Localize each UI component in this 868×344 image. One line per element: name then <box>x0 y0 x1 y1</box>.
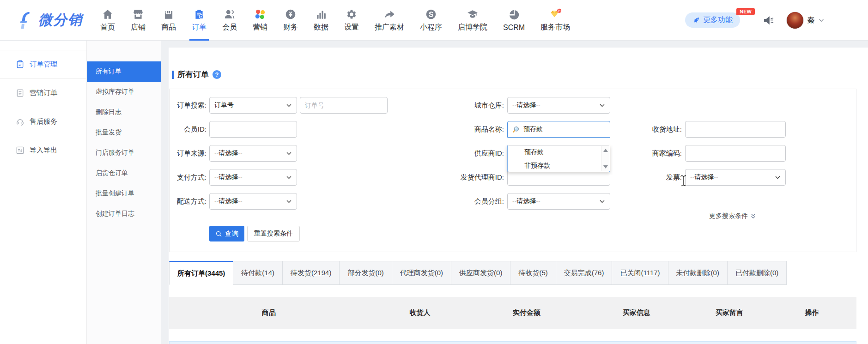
brand-name: 微分销 <box>38 11 83 30</box>
city-warehouse-select[interactable]: --请选择-- <box>507 97 610 114</box>
home-icon <box>102 8 114 20</box>
submenu-item-batch-create-orders[interactable]: 批量创建订单 <box>87 183 161 204</box>
nav-item-products[interactable]: 商品 <box>161 0 176 41</box>
nav-item-shop[interactable]: 店铺 <box>131 0 146 41</box>
scroll-up-arrow-icon[interactable] <box>603 149 608 152</box>
user-name: 秦 <box>807 15 815 25</box>
dropdown-option-non-prepaid[interactable]: 非预存款 <box>508 159 610 172</box>
more-features-button[interactable]: 更多功能 NEW <box>685 12 740 28</box>
merchant-code-input[interactable] <box>685 145 786 162</box>
city-warehouse-label: 城市仓库: <box>389 101 504 110</box>
tab-completed[interactable]: 交易完成(76) <box>556 261 613 285</box>
form-row-1: 订单搜索: 订单号 城市仓库: --请选择-- <box>170 97 856 114</box>
tab-supplier-shipped[interactable]: 供应商发货(0) <box>451 261 510 285</box>
order-number-input[interactable] <box>300 97 388 114</box>
order-row-top-strip <box>169 341 856 344</box>
pie-chart-icon <box>508 9 520 21</box>
shopping-bag-icon <box>163 8 175 20</box>
tab-paid-deleted[interactable]: 已付款删除(0) <box>727 261 787 285</box>
dropdown-scrollbar[interactable] <box>601 146 609 171</box>
main-nav: 首页 店铺 商品 订单 会员 营销 财务 数据 <box>100 0 570 41</box>
tab-pending-shipment[interactable]: 待发货(2194) <box>282 261 340 285</box>
submenu-item-store-service-orders[interactable]: 门店服务订单 <box>87 143 161 163</box>
column-header-buyer-info: 买家信息 <box>582 308 692 317</box>
member-id-label: 会员ID: <box>170 125 206 134</box>
nav-item-home[interactable]: 首页 <box>100 0 115 41</box>
orders-table-header: 商品 收货人 实付金额 买家信息 买家留言 操作 <box>169 297 856 329</box>
chevron-down-icon <box>286 103 292 109</box>
dropdown-option-prepaid[interactable]: 预存款 <box>508 145 610 159</box>
gem-icon <box>549 8 562 20</box>
shipping-method-select[interactable]: --请选择-- <box>209 193 297 210</box>
shipping-method-label: 配送方式: <box>170 197 206 206</box>
new-badge: NEW <box>736 8 755 15</box>
nav-item-members[interactable]: 会员 <box>222 0 237 41</box>
tab-pending-receipt[interactable]: 待收货(5) <box>510 261 556 285</box>
help-icon[interactable]: ? <box>212 70 221 79</box>
marketing-dots-icon <box>254 8 267 20</box>
tab-agent-shipped[interactable]: 代理商发货(0) <box>392 261 451 285</box>
payment-method-select[interactable]: --请选择-- <box>209 169 297 186</box>
speaker-icon[interactable] <box>762 14 775 27</box>
double-chevron-down-icon <box>750 213 756 219</box>
users-icon <box>224 8 236 20</box>
product-name-label: 商品名称: <box>389 125 504 134</box>
order-search-label: 订单搜索: <box>170 101 206 110</box>
title-accent-bar <box>172 71 174 79</box>
form-row-2: 会员ID: 商品名称: 预存款 预存款 非预存款 收货地址: <box>170 121 856 138</box>
column-header-buyer-message: 买家留言 <box>692 308 767 317</box>
nav-item-academy[interactable]: 启博学院 <box>458 0 487 41</box>
search-form: 订单搜索: 订单号 城市仓库: --请选择-- 会员ID: 商品名称: 预存款 <box>169 89 856 252</box>
scroll-down-arrow-icon[interactable] <box>603 165 608 169</box>
nav-item-mini-program[interactable]: 小程序 <box>420 0 442 41</box>
chevron-down-icon <box>599 103 605 109</box>
order-source-select[interactable]: --请选择-- <box>209 145 297 162</box>
tab-partial-shipment[interactable]: 部分发货(0) <box>339 261 392 285</box>
order-source-label: 订单来源: <box>170 149 206 158</box>
submenu-item-delete-log[interactable]: 删除日志 <box>87 102 161 122</box>
submenu-item-all-orders[interactable]: 所有订单 <box>87 61 161 82</box>
shipping-address-input[interactable] <box>685 121 786 138</box>
product-suggest-dropdown: 预存款 非预存款 <box>507 145 610 172</box>
sidebar-item-order-management[interactable]: 订单管理 <box>0 50 86 78</box>
sidebar-item-marketing-orders[interactable]: 营销订单 <box>0 78 86 107</box>
page-title: 所有订单 <box>177 69 209 80</box>
order-search-type-select[interactable]: 订单号 <box>209 97 297 114</box>
user-menu[interactable]: 秦 <box>786 12 825 29</box>
product-name-input[interactable]: 预存款 <box>507 121 610 138</box>
member-id-input[interactable] <box>209 121 297 138</box>
tab-closed[interactable]: 已关闭(1117) <box>612 261 668 285</box>
nav-item-data[interactable]: 数据 <box>314 0 328 41</box>
nav-item-promo-materials[interactable]: 推广素材 <box>375 0 404 41</box>
search-button[interactable]: 查询 <box>209 226 244 241</box>
more-search-conditions-link[interactable]: 更多搜索条件 <box>709 212 756 220</box>
tab-unpaid-deleted[interactable]: 未付款删除(0) <box>668 261 728 285</box>
nav-item-marketing[interactable]: 营销 <box>253 0 267 41</box>
sidebar-item-after-sales[interactable]: 售后服务 <box>0 107 86 136</box>
nav-item-scrm[interactable]: SCRM <box>503 0 525 41</box>
text-cursor <box>680 175 687 187</box>
submenu-item-create-order-log[interactable]: 创建订单日志 <box>87 204 161 224</box>
reset-search-button[interactable]: 重置搜索条件 <box>247 226 300 241</box>
tab-pending-payment[interactable]: 待付款(14) <box>233 261 283 285</box>
submenu-item-qibo-warehouse-orders[interactable]: 启货仓订单 <box>87 163 161 183</box>
payment-method-label: 支付方式: <box>170 173 206 182</box>
nav-item-finance[interactable]: 财务 <box>283 0 298 41</box>
chevron-down-icon <box>818 17 825 24</box>
brand-logo[interactable]: 微分销 <box>18 11 83 30</box>
submenu-item-virtual-stock-orders[interactable]: 虚拟库存订单 <box>87 82 161 102</box>
chevron-down-icon <box>286 151 292 157</box>
tab-all-orders[interactable]: 所有订单(3445) <box>169 261 233 285</box>
invoice-select[interactable]: --请选择-- <box>685 169 786 186</box>
nav-item-orders[interactable]: 订单 <box>192 0 206 41</box>
yen-circle-icon <box>285 8 297 20</box>
nav-item-service-market[interactable]: 服务市场 <box>540 0 570 41</box>
gear-icon <box>346 8 358 20</box>
product-name-value: 预存款 <box>523 125 543 133</box>
member-group-select[interactable]: --请选择-- <box>507 193 610 210</box>
magnifier-icon <box>215 230 222 237</box>
sidebar-item-import-export[interactable]: 导入导出 <box>0 136 86 164</box>
column-header-product: 商品 <box>169 308 369 317</box>
submenu-item-batch-shipping[interactable]: 批量发货 <box>87 122 161 143</box>
nav-item-settings[interactable]: 设置 <box>344 0 359 41</box>
